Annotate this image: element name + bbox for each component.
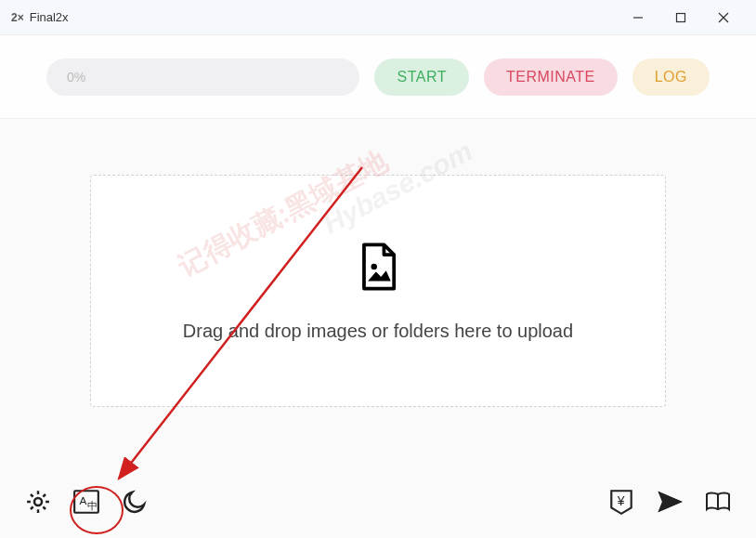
drop-zone-text: Drag and drop images or folders here to …: [183, 321, 573, 342]
drop-zone[interactable]: Drag and drop images or folders here to …: [90, 175, 666, 407]
app-icon: 2×: [11, 11, 24, 24]
gear-icon: [24, 488, 52, 519]
moon-icon: [121, 488, 149, 519]
svg-text:¥: ¥: [617, 493, 625, 508]
language-button[interactable]: A 中: [71, 488, 102, 519]
send-button[interactable]: [654, 488, 685, 519]
titlebar: 2× Final2x: [0, 0, 756, 35]
svg-point-5: [34, 498, 42, 505]
log-button[interactable]: LOG: [632, 59, 710, 96]
toolbar: 0% START TERMINATE LOG: [0, 35, 756, 119]
svg-point-4: [371, 264, 376, 269]
bottom-bar: A 中 ¥: [0, 480, 756, 527]
close-button[interactable]: [702, 0, 745, 35]
paper-plane-icon: [656, 488, 684, 519]
settings-button[interactable]: [22, 488, 54, 519]
svg-text:中: 中: [87, 500, 98, 511]
image-file-icon: [354, 241, 402, 298]
svg-rect-1: [677, 13, 685, 21]
main-area: Drag and drop images or folders here to …: [0, 119, 756, 407]
maximize-button[interactable]: [659, 0, 702, 35]
window-controls: [617, 0, 745, 35]
theme-button[interactable]: [119, 488, 150, 519]
docs-button[interactable]: [702, 488, 734, 519]
language-icon: A 中: [72, 488, 100, 519]
start-button[interactable]: START: [374, 59, 468, 96]
yen-badge-icon: ¥: [607, 488, 635, 519]
minimize-button[interactable]: [617, 0, 659, 35]
book-icon: [704, 488, 732, 519]
progress-text: 0%: [67, 70, 85, 85]
svg-text:A: A: [80, 494, 87, 506]
terminate-button[interactable]: TERMINATE: [484, 59, 618, 96]
app-title: Final2x: [30, 10, 617, 24]
progress-bar: 0%: [46, 59, 359, 96]
donate-button[interactable]: ¥: [606, 488, 637, 519]
